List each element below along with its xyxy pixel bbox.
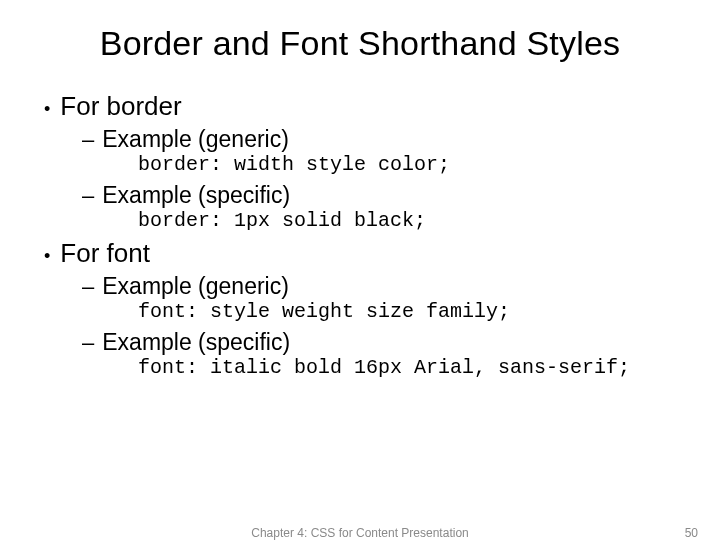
example-label-row: – Example (generic) (82, 273, 680, 300)
slide: Border and Font Shorthand Styles • For b… (0, 0, 720, 540)
section-heading: For border (60, 91, 181, 122)
code-line: font: italic bold 16px Arial, sans-serif… (82, 356, 680, 379)
dash-icon: – (82, 274, 94, 300)
example-label: Example (generic) (102, 273, 289, 300)
section-border: • For border – Example (generic) border:… (44, 91, 680, 232)
code-line: border: width style color; (82, 153, 680, 176)
example-label-row: – Example (generic) (82, 126, 680, 153)
example-label-row: – Example (specific) (82, 182, 680, 209)
dash-icon: – (82, 330, 94, 356)
bullet-icon: • (44, 96, 50, 122)
example-item: – Example (generic) border: width style … (82, 126, 680, 176)
section-heading: For font (60, 238, 150, 269)
code-line: border: 1px solid black; (82, 209, 680, 232)
example-label-row: – Example (specific) (82, 329, 680, 356)
page-title: Border and Font Shorthand Styles (40, 24, 680, 63)
footer-chapter: Chapter 4: CSS for Content Presentation (251, 526, 468, 540)
subsection-list: – Example (generic) border: width style … (44, 126, 680, 232)
bullet-icon: • (44, 243, 50, 269)
content-list: • For border – Example (generic) border:… (40, 91, 680, 379)
example-label: Example (specific) (102, 329, 290, 356)
example-item: – Example (specific) font: italic bold 1… (82, 329, 680, 379)
footer-page-number: 50 (685, 526, 698, 540)
example-label: Example (generic) (102, 126, 289, 153)
example-item: – Example (generic) font: style weight s… (82, 273, 680, 323)
section-font: • For font – Example (generic) font: sty… (44, 238, 680, 379)
dash-icon: – (82, 183, 94, 209)
section-heading-row: • For font (44, 238, 680, 269)
example-label: Example (specific) (102, 182, 290, 209)
example-item: – Example (specific) border: 1px solid b… (82, 182, 680, 232)
code-line: font: style weight size family; (82, 300, 680, 323)
dash-icon: – (82, 127, 94, 153)
subsection-list: – Example (generic) font: style weight s… (44, 273, 680, 379)
section-heading-row: • For border (44, 91, 680, 122)
